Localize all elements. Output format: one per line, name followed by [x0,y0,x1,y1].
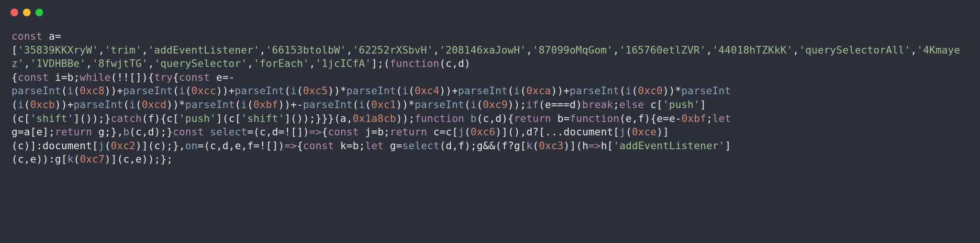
paren-close: ) [644,112,650,124]
identifier: g [55,153,61,165]
comma: , [148,57,154,69]
brace-close: } [111,126,117,138]
space [551,112,557,124]
comma: , [346,112,353,124]
identifier: h [582,140,589,152]
bracket-open: [ [129,71,135,83]
keyword-function: function [390,57,440,69]
paren-open: ( [533,140,539,152]
string-literal: 'addEventListener' [613,140,725,152]
bracket-open: [ [24,112,30,124]
bracket-open: [ [173,112,179,124]
bang: ! [260,140,266,152]
spread: ... [545,126,564,138]
paren-open: ( [223,112,229,124]
paren-open: ( [576,140,582,152]
string-literal: 'push' [179,112,216,124]
space [43,30,49,42]
brace-close: } [160,153,167,165]
semicolon: ; [384,126,390,138]
hex-literal: 0xc3 [539,140,564,152]
fn-i: i [359,99,365,110]
star: * [675,85,681,97]
identifier: e [216,71,223,83]
equals: = [61,71,67,83]
paren-close: ) [514,126,520,138]
plus: + [229,85,235,97]
keyword-const: const [179,71,210,83]
comma: , [526,44,533,56]
semicolon: ; [99,112,105,124]
bracket-open: [ [61,153,67,165]
comma: , [346,44,353,56]
identifier: g [99,126,105,138]
identifier: f [458,140,464,152]
identifier: e [135,153,142,165]
paren-close: ) [148,153,154,165]
paren-close: ) [402,112,409,124]
string-literal: '165760etlZVR' [619,44,706,56]
equals: = [440,126,446,138]
identifier: c [135,126,142,138]
paren-open: ( [495,140,501,152]
paren-open: ( [520,85,526,97]
identifier: e [545,99,551,110]
string-literal: 'shift' [30,112,74,124]
brace-close: } [167,126,173,138]
semicolon: ; [167,140,173,152]
hex-literal: 0xca [526,85,551,97]
paren-close: ) [396,112,402,124]
comma: , [247,57,254,69]
paren-open: ( [290,112,297,124]
string-literal: '8fwjtTG' [92,57,148,69]
identifier: h [601,140,607,152]
brace-close: } [322,112,328,124]
paren-open: ( [464,126,470,138]
keyword-let: let [713,112,731,124]
bang: ! [284,126,290,138]
bracket-close: ] [570,140,576,152]
bang: ! [117,71,123,83]
equals: = [18,126,24,138]
paren-close: ) [61,99,67,110]
identifier: b [378,126,384,138]
identifier: j [365,126,371,138]
zoom-icon[interactable] [35,9,43,16]
paren-close: ) [43,153,49,165]
arrow: => [309,126,322,138]
paren-close: ) [514,99,520,110]
semicolon: ; [160,126,167,138]
semicolon: ; [49,126,55,138]
string-literal: 'addEventListener' [148,44,259,56]
keyword-return: return [514,112,551,124]
string-literal: 'shift' [241,112,285,124]
paren-open: ( [74,85,80,97]
fn-parseint: parseInt [11,85,61,97]
semicolon: ; [470,140,477,152]
paren-close: ) [223,85,229,97]
identifier: c [123,153,129,165]
identifier: e [30,153,36,165]
close-icon[interactable] [11,9,18,16]
bracket-open: [ [520,140,526,152]
fn-parseint: parseInt [346,85,396,97]
plus: + [452,85,458,97]
equals: = [663,112,669,124]
identifier: i [55,71,61,83]
triple-equals: === [551,99,570,110]
bracket-close: ] [30,140,36,152]
brace-close: } [104,112,111,124]
comma: , [142,126,148,138]
paren-close: ) [557,85,564,97]
keyword-try: try [154,71,173,83]
paren-open: ( [439,57,445,69]
minimize-icon[interactable] [23,9,31,16]
brace-close: } [315,112,322,124]
paren-close: ) [663,85,669,97]
bracket-close: ] [663,126,669,138]
brace-open: { [11,71,18,83]
plus: + [117,85,123,97]
fn-parseint: parseInt [458,85,508,97]
semicolon: ; [520,99,526,110]
fn-parseint: parseInt [681,85,731,97]
